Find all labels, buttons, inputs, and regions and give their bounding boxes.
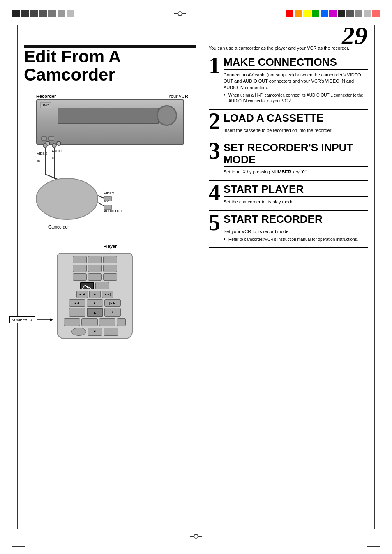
video-in-label: VIDEOIN (37, 149, 47, 164)
divider-4 (209, 210, 368, 211)
step-1-desc: Connect an AV cable (not supplied) betwe… (224, 72, 368, 91)
step-4-desc: Set the camcorder to its play mode. (224, 199, 368, 205)
number-zero-annotation: NUMBER "0" (9, 316, 53, 323)
step-3-title: SET RECORDER'S INPUT MODE (224, 142, 368, 167)
step-4-content: START PLAYER Set the camcorder to its pl… (224, 183, 368, 207)
step-4-title: START PLAYER (224, 183, 368, 197)
remote-button-area: ◄◄ ► ►►| ◄◄| ● |►► ▲ (60, 256, 129, 336)
recorder-label: Recorder (36, 92, 56, 99)
divider-3 (209, 180, 368, 181)
camcorder-illustration (32, 172, 102, 222)
step-3-desc: Set to AUX by pressing NUMBER key "0". (224, 169, 368, 175)
vcr-illustration: JVC (36, 99, 184, 145)
reg-block-6 (58, 10, 65, 17)
reg-block-5 (48, 10, 56, 17)
page: 29 Edit From A Camcorder Recorder Your V… (0, 0, 392, 554)
svg-point-8 (36, 178, 98, 219)
step-1-number: 1 (209, 56, 224, 75)
step-5-title: START RECORDER (224, 213, 368, 227)
step-2-desc: Insert the cassette to be recorded on in… (224, 127, 368, 134)
reg-marks-left (12, 10, 74, 17)
diagram-area: Recorder Your VCR JVC (24, 92, 196, 240)
top-registration-bar (0, 7, 392, 20)
divider-5 (209, 247, 368, 248)
step-1-title: MAKE CONNECTIONS (224, 56, 368, 70)
margin-left-line (17, 25, 18, 529)
divider-2 (209, 139, 368, 140)
reg-block-2 (21, 10, 29, 17)
color-block-pink (372, 10, 380, 17)
svg-marker-10 (50, 318, 53, 321)
reg-block-4 (39, 10, 47, 17)
step-1-bullet: When using a Hi-Fi camcorder, connect it… (224, 92, 368, 104)
remote-box: ◄◄ ► ►►| ◄◄| ● |►► ▲ (57, 253, 133, 339)
step-1-content: MAKE CONNECTIONS Connect an AV cable (no… (224, 56, 368, 106)
color-block-green (312, 10, 319, 17)
margin-right-line (374, 25, 375, 529)
bottom-registration-bar (0, 546, 392, 547)
page-title: Edit From A Camcorder (24, 48, 196, 84)
step-5-bullet: Refer to camcorder/VCR's instruction man… (224, 237, 368, 242)
color-block-dark1 (338, 10, 345, 17)
content-area: Edit From A Camcorder Recorder Your VCR … (24, 45, 368, 521)
right-column: You can use a camcorder as the player an… (209, 45, 368, 250)
step-2-title: LOAD A CASSETTE (224, 112, 368, 126)
reg-block-7 (67, 10, 74, 17)
audio-in-label: AUDIOIN (52, 146, 62, 161)
step-4-number: 4 (209, 183, 224, 202)
step-5-desc: Set your VCR to its record mode. (224, 229, 368, 235)
bottom-crosshair (190, 530, 202, 542)
step-3-content: SET RECORDER'S INPUT MODE Set to AUX by … (224, 142, 368, 177)
step-4: 4 START PLAYER Set the camcorder to its … (209, 183, 368, 207)
reg-marks-right (286, 10, 380, 17)
step-2-content: LOAD A CASSETTE Insert the cassette to b… (224, 112, 368, 136)
step-2-number: 2 (209, 112, 224, 131)
step-5-number: 5 (209, 213, 224, 232)
divider-1 (209, 109, 368, 110)
color-block-magenta (329, 10, 337, 17)
step-1: 1 MAKE CONNECTIONS Connect an AV cable (… (209, 56, 368, 106)
intro-text: You can use a camcorder as the player an… (209, 45, 368, 51)
color-block-red (286, 10, 293, 17)
your-vcr-label: Your VCR (168, 92, 188, 99)
color-block-light (364, 10, 371, 17)
color-block-dark2 (346, 10, 354, 17)
left-column: Edit From A Camcorder Recorder Your VCR … (24, 45, 196, 339)
audio-out-label: AUDIO OUT (104, 206, 122, 214)
top-crosshair (174, 7, 186, 20)
step-3-number: 3 (209, 142, 224, 160)
color-block-yellow (303, 10, 311, 17)
player-label: Player (24, 242, 196, 249)
video-out-label: VIDEOOUT (104, 189, 114, 203)
color-block-orange (295, 10, 302, 17)
step-5: 5 START RECORDER Set your VCR to its rec… (209, 213, 368, 244)
color-block-blue (321, 10, 328, 17)
camcorder-label: Camcorder (48, 223, 69, 230)
reg-block-1 (12, 10, 20, 17)
step-5-content: START RECORDER Set your VCR to its recor… (224, 213, 368, 244)
reg-block-3 (30, 10, 38, 17)
color-block-gray (355, 10, 362, 17)
step-2: 2 LOAD A CASSETTE Insert the cassette to… (209, 112, 368, 136)
remote-control-area: NUMBER "0" (57, 253, 147, 339)
step-3: 3 SET RECORDER'S INPUT MODE Set to AUX b… (209, 142, 368, 177)
page-number: 29 (342, 23, 367, 48)
